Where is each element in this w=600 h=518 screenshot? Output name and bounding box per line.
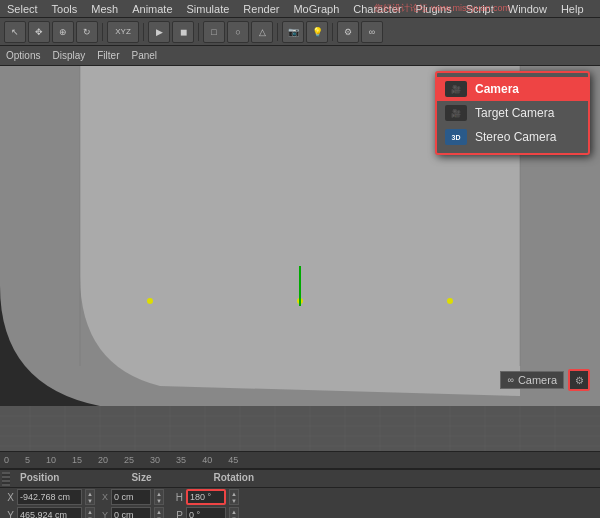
camera-option-label: Camera (475, 82, 519, 96)
tool-scale[interactable]: ⊕ (52, 21, 74, 43)
camera-option-camera[interactable]: 🎥 Camera (437, 77, 588, 101)
menu-help[interactable]: Help (558, 3, 587, 15)
rotation-section-label: Rotation (209, 472, 258, 486)
separator4 (277, 23, 278, 41)
x-size-input[interactable] (111, 489, 151, 505)
timeline-ruler: 0 5 10 15 20 25 30 35 40 45 (0, 451, 600, 469)
menu-character[interactable]: Character (350, 3, 404, 15)
p-rotation-input[interactable] (186, 507, 226, 518)
svg-point-24 (147, 298, 153, 304)
camera-option-stereo[interactable]: 3D Stereo Camera (437, 125, 588, 149)
tool-render2[interactable]: ◼ (172, 21, 194, 43)
y-size-spinner[interactable]: ▲▼ (154, 507, 164, 518)
menu-window[interactable]: Window (505, 3, 550, 15)
camera-settings-button[interactable]: ⚙ (568, 369, 590, 391)
toolbar2: Options Display Filter Panel (0, 46, 600, 66)
x-size-label: X (102, 492, 108, 502)
y-pos-label: Y (4, 510, 14, 519)
h-rotation-input[interactable] (186, 489, 226, 505)
separator1 (102, 23, 103, 41)
x-pos-label: X (4, 492, 14, 503)
tool-obj3[interactable]: △ (251, 21, 273, 43)
viewport-container: 🎥 Camera 🎥 Target Camera 3D Stereo Camer… (0, 66, 600, 451)
p-rot-spinner[interactable]: ▲▼ (229, 507, 239, 518)
stereo-camera-icon: 3D (445, 129, 467, 145)
tool-select[interactable]: ↖ (4, 21, 26, 43)
separator3 (198, 23, 199, 41)
menu-simulate[interactable]: Simulate (184, 3, 233, 15)
camera-label-bar: ∞ Camera ⚙ (500, 369, 590, 391)
menu-bar: Select Tools Mesh Animate Simulate Rende… (0, 0, 600, 18)
tick-35: 35 (176, 455, 186, 465)
tool-xyz[interactable]: XYZ (107, 21, 139, 43)
tick-40: 40 (202, 455, 212, 465)
y-size-input[interactable] (111, 507, 151, 518)
target-camera-icon: 🎥 (445, 105, 467, 121)
camera-dropdown-menu: 🎥 Camera 🎥 Target Camera 3D Stereo Camer… (435, 71, 590, 155)
h-rot-label: H (173, 492, 183, 503)
tick-30: 30 (150, 455, 160, 465)
toolbar2-display[interactable]: Display (50, 50, 87, 61)
camera-viewport-label: Camera (518, 374, 557, 386)
menu-mesh[interactable]: Mesh (88, 3, 121, 15)
tick-10: 10 (46, 455, 56, 465)
x-pos-spinner[interactable]: ▲▼ (85, 489, 95, 505)
tool-extra1[interactable]: ⚙ (337, 21, 359, 43)
tool-render[interactable]: ▶ (148, 21, 170, 43)
x-position-input[interactable] (17, 489, 82, 505)
y-size-label: Y (102, 510, 108, 518)
toolbar2-options[interactable]: Options (4, 50, 42, 61)
svg-point-26 (447, 298, 453, 304)
tick-0: 0 (4, 455, 9, 465)
menu-tools[interactable]: Tools (49, 3, 81, 15)
tick-20: 20 (98, 455, 108, 465)
h-rot-spinner[interactable]: ▲▼ (229, 489, 239, 505)
camera-icon: 🎥 (445, 81, 467, 97)
tool-obj2[interactable]: ○ (227, 21, 249, 43)
tool-cam[interactable]: 📷 (282, 21, 304, 43)
toolbar2-filter[interactable]: Filter (95, 50, 121, 61)
menu-script[interactable]: Script (463, 3, 497, 15)
camera-option-target[interactable]: 🎥 Target Camera (437, 101, 588, 125)
size-section-label: Size (127, 472, 155, 486)
target-camera-label: Target Camera (475, 106, 554, 120)
y-pos-spinner[interactable]: ▲▼ (85, 507, 95, 518)
separator2 (143, 23, 144, 41)
p-rot-label: P (173, 510, 183, 519)
tool-obj1[interactable]: □ (203, 21, 225, 43)
menu-plugins[interactable]: Plugins (413, 3, 455, 15)
menu-render[interactable]: Render (240, 3, 282, 15)
tool-rotate[interactable]: ↻ (76, 21, 98, 43)
tick-15: 15 (72, 455, 82, 465)
tick-25: 25 (124, 455, 134, 465)
camera-viewport-tag: ∞ Camera (500, 371, 564, 389)
separator5 (332, 23, 333, 41)
position-section-label: Position (16, 472, 63, 486)
x-size-spinner[interactable]: ▲▼ (154, 489, 164, 505)
menu-select[interactable]: Select (4, 3, 41, 15)
stereo-camera-label: Stereo Camera (475, 130, 556, 144)
tool-move[interactable]: ✥ (28, 21, 50, 43)
toolbar: ↖ ✥ ⊕ ↻ XYZ ▶ ◼ □ ○ △ 📷 💡 ⚙ ∞ (0, 18, 600, 46)
viewport-3d[interactable]: 🎥 Camera 🎥 Target Camera 3D Stereo Camer… (0, 66, 600, 451)
tool-light[interactable]: 💡 (306, 21, 328, 43)
menu-mograph[interactable]: MoGraph (290, 3, 342, 15)
tick-45: 45 (228, 455, 238, 465)
menu-animate[interactable]: Animate (129, 3, 175, 15)
camera-infinity-icon: ∞ (507, 375, 513, 385)
bottom-panel: Position Size Rotation X ▲▼ X ▲▼ H ▲▼ Y … (0, 469, 600, 518)
toolbar2-panel[interactable]: Panel (130, 50, 160, 61)
y-position-input[interactable] (17, 507, 82, 518)
tool-extra2[interactable]: ∞ (361, 21, 383, 43)
svg-rect-1 (0, 406, 600, 451)
tick-5: 5 (25, 455, 30, 465)
